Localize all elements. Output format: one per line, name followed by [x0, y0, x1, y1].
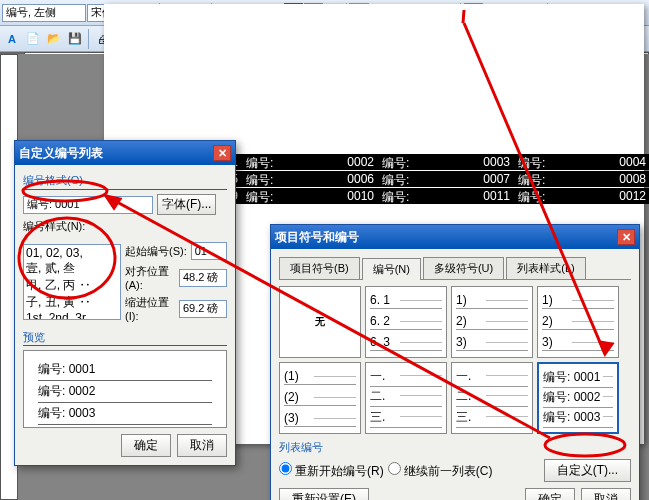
numbering-option[interactable]: 一. 二. 三.: [365, 362, 447, 434]
dialog-title-bar[interactable]: 项目符号和编号 ✕: [271, 225, 639, 249]
close-icon[interactable]: ✕: [213, 145, 231, 161]
tab-multilevel[interactable]: 多级符号(U): [423, 257, 504, 279]
restart-radio[interactable]: 重新开始编号(R): [279, 462, 384, 480]
tab-numbering[interactable]: 编号(N): [362, 258, 421, 280]
reset-button[interactable]: 重新设置(E): [279, 488, 369, 500]
numbering-grid: 无 6. 1 6. 2 6. 3 1) 2) 3) 1) 2) 3) (1) (…: [279, 286, 631, 434]
number-style-list[interactable]: 01, 02, 03, 壹, 贰, 叁 甲, 乙, 丙 ‥ 子, 丑, 寅 ‥ …: [23, 244, 121, 320]
numbering-none[interactable]: 无: [279, 286, 361, 358]
preview-box: 编号: 0001 编号: 0002 编号: 0003: [23, 350, 227, 428]
style-selector[interactable]: 编号, 左侧: [2, 4, 86, 22]
numbering-option[interactable]: 1) 2) 3): [451, 286, 533, 358]
dialog-title: 项目符号和编号: [275, 229, 359, 246]
tab-liststyles[interactable]: 列表样式(L): [506, 257, 585, 279]
list-number-label: 列表编号: [279, 440, 631, 455]
app-icon: A: [2, 29, 22, 49]
open-button[interactable]: 📂: [44, 29, 64, 49]
ok-button[interactable]: 确定: [525, 488, 575, 500]
close-icon[interactable]: ✕: [617, 229, 635, 245]
ok-button[interactable]: 确定: [121, 434, 171, 457]
numbering-option[interactable]: (1) (2) (3): [279, 362, 361, 434]
numbering-option-selected[interactable]: 编号: 0001 编号: 0002 编号: 0003: [537, 362, 619, 434]
custom-number-list-dialog: 自定义编号列表 ✕ 编号格式(O) 字体(F)... 编号样式(N): 01, …: [14, 140, 236, 466]
numbering-option[interactable]: 6. 1 6. 2 6. 3: [365, 286, 447, 358]
customize-button[interactable]: 自定义(T)...: [544, 459, 631, 482]
align-position-input[interactable]: [179, 269, 227, 287]
cancel-button[interactable]: 取消: [177, 434, 227, 457]
save-button[interactable]: 💾: [65, 29, 85, 49]
preview-label: 预览: [23, 330, 227, 346]
tab-bullets[interactable]: 项目符号(B): [279, 257, 360, 279]
dialog-title-bar[interactable]: 自定义编号列表 ✕: [15, 141, 235, 165]
bullets-and-numbering-dialog: 项目符号和编号 ✕ 项目符号(B) 编号(N) 多级符号(U) 列表样式(L) …: [270, 224, 640, 500]
continue-radio[interactable]: 继续前一列表(C): [388, 462, 493, 480]
numbering-option[interactable]: 一. 二. 三.: [451, 362, 533, 434]
cancel-button[interactable]: 取消: [581, 488, 631, 500]
numbering-option[interactable]: 1) 2) 3): [537, 286, 619, 358]
start-number-input[interactable]: [191, 242, 227, 260]
dialog-title: 自定义编号列表: [19, 145, 103, 162]
number-format-input[interactable]: [23, 196, 153, 214]
indent-position-input[interactable]: [179, 300, 227, 318]
tabstrip: 项目符号(B) 编号(N) 多级符号(U) 列表样式(L): [279, 257, 631, 280]
font-button[interactable]: 字体(F)...: [157, 194, 216, 215]
style-label: 编号样式(N):: [23, 219, 227, 234]
format-section-label: 编号格式(O): [23, 173, 227, 190]
new-button[interactable]: 📄: [23, 29, 43, 49]
